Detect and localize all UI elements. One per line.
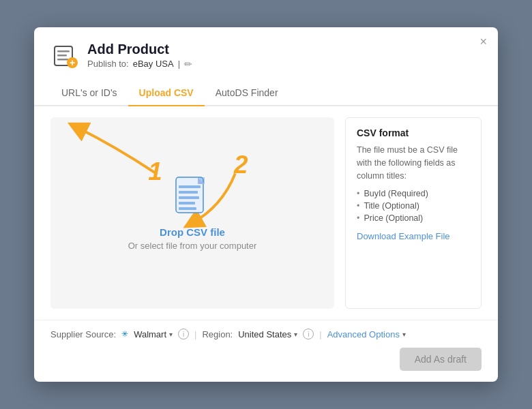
csv-format-title: CSV format (357, 127, 470, 138)
svg-rect-13 (179, 196, 199, 199)
subtitle-separator: | (178, 59, 180, 69)
supplier-value[interactable]: Walmart ▾ (134, 329, 173, 339)
modal-body: 1 2 Drop CSV file (34, 106, 498, 320)
download-example-link[interactable]: Download Example File (357, 231, 450, 241)
svg-rect-12 (179, 191, 198, 194)
footer-actions: Add As draft (50, 348, 482, 371)
tab-urls[interactable]: URL's or ID's (50, 80, 128, 106)
svg-rect-11 (179, 185, 201, 188)
csv-field-2: Title (Optional) (357, 200, 470, 212)
region-info-icon[interactable]: i (303, 329, 314, 339)
drop-sub-label: Or select file from your computer (128, 241, 257, 251)
csv-field-1: BuyId (Required) (357, 187, 470, 200)
region-label: Region: (202, 329, 233, 339)
supplier-name: Walmart (134, 329, 166, 339)
divider-2: | (319, 329, 321, 339)
modal-footer: Supplier Source: ✳ Walmart ▾ i | Region:… (34, 320, 498, 382)
advanced-options-toggle[interactable]: Advanced Options ▾ (327, 329, 406, 339)
svg-rect-1 (57, 50, 70, 52)
svg-text:+: + (70, 57, 75, 68)
tab-autods-finder[interactable]: AutoDS Finder (205, 80, 289, 106)
csv-format-description: The file must be a CSV file with the fol… (357, 144, 470, 182)
tabs-container: URL's or ID's Upload CSV AutoDS Finder (34, 80, 498, 106)
add-product-modal: × + Add Product Publish to: eBay USA | ✏ (34, 27, 498, 382)
csv-file-icon (175, 176, 210, 219)
edit-icon[interactable]: ✏ (184, 59, 192, 70)
region-chevron-icon: ▾ (294, 331, 297, 338)
drop-csv-label[interactable]: Drop CSV file (160, 226, 225, 238)
advanced-options-label: Advanced Options (327, 329, 400, 339)
advanced-options-chevron-icon: ▾ (402, 331, 406, 338)
close-button[interactable]: × (479, 35, 487, 48)
publish-value: eBay USA (133, 59, 174, 69)
modal-title: Add Product (87, 42, 192, 57)
supplier-info-icon[interactable]: i (178, 329, 189, 339)
modal-subtitle: Publish to: eBay USA | ✏ (87, 59, 192, 70)
supplier-source-label: Supplier Source: (50, 329, 116, 339)
footer-options-row: Supplier Source: ✳ Walmart ▾ i | Region:… (50, 329, 482, 339)
region-value[interactable]: United States ▾ (238, 329, 297, 339)
csv-fields-list: BuyId (Required) Title (Optional) Price … (357, 187, 470, 224)
divider-1: | (194, 329, 196, 339)
supplier-chevron-icon: ▾ (169, 331, 173, 338)
header-text: Add Product Publish to: eBay USA | ✏ (87, 42, 192, 70)
region-name: United States (238, 329, 291, 339)
svg-rect-3 (57, 59, 68, 61)
tab-upload-csv[interactable]: Upload CSV (128, 80, 205, 106)
publish-label: Publish to: (87, 59, 129, 69)
svg-rect-2 (57, 55, 67, 57)
svg-rect-14 (179, 202, 195, 204)
upload-area[interactable]: 1 2 Drop CSV file (50, 117, 334, 309)
add-as-draft-button[interactable]: Add As draft (400, 348, 482, 371)
walmart-icon: ✳ (121, 329, 128, 339)
csv-info-panel: CSV format The file must be a CSV file w… (345, 117, 482, 309)
modal-header: + Add Product Publish to: eBay USA | ✏ (34, 27, 498, 70)
svg-rect-15 (179, 207, 196, 210)
product-icon: + (50, 41, 79, 70)
svg-text:1: 1 (148, 157, 162, 185)
csv-field-3: Price (Optional) (357, 212, 470, 224)
svg-text:2: 2 (233, 151, 248, 179)
